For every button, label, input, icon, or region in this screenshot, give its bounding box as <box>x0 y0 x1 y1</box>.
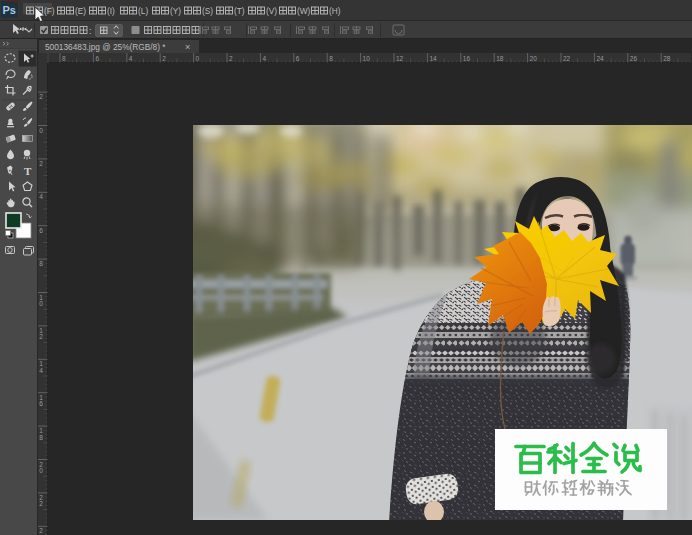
svg-text:6: 6 <box>39 227 43 234</box>
svg-text:2: 2 <box>39 160 43 167</box>
svg-text:(T): (T) <box>234 6 245 16</box>
svg-text:(L): (L) <box>138 6 148 16</box>
svg-text:4: 4 <box>39 193 43 200</box>
svg-text::: : <box>89 26 92 36</box>
svg-text:6: 6 <box>39 400 43 407</box>
svg-text:2: 2 <box>39 500 43 507</box>
svg-text:(Y): (Y) <box>170 6 181 16</box>
svg-text:(W): (W) <box>297 6 311 16</box>
svg-text:2: 2 <box>39 93 43 100</box>
svg-text:Ps: Ps <box>3 4 16 16</box>
svg-text:0: 0 <box>39 300 43 307</box>
svg-text:(H): (H) <box>329 6 341 16</box>
svg-text:2: 2 <box>39 333 43 340</box>
svg-text:8: 8 <box>39 434 43 441</box>
svg-text:8: 8 <box>39 260 43 267</box>
svg-text:(S): (S) <box>202 6 213 16</box>
svg-text:(V): (V) <box>266 6 277 16</box>
svg-text:0: 0 <box>39 467 43 474</box>
svg-text:(E): (E) <box>75 6 86 16</box>
svg-text:T: T <box>24 165 32 177</box>
svg-text:(I): (I) <box>107 6 115 16</box>
svg-text:0: 0 <box>39 127 43 134</box>
svg-text:4: 4 <box>39 367 43 374</box>
